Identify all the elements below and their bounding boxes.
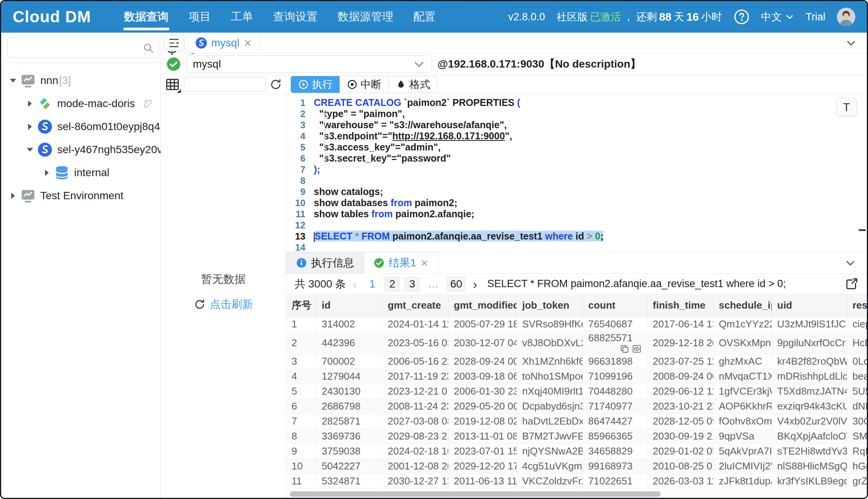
results-table-wrap[interactable]: 序号idgmt_creategmt_modifiedjob_tokencount… — [286, 294, 867, 498]
page-3[interactable]: 3 — [404, 276, 420, 292]
tree-node-sel-y467ngh535ey20v[interactable]: sel-y467ngh535ey20v[1] — [4, 138, 157, 161]
table-row: 833697362029-08-23 212013-11-01 08:4B7M2… — [286, 429, 867, 444]
cell: 4cg51uVKgmzv — [517, 459, 583, 474]
sidebar-toggle-icon[interactable] — [163, 35, 185, 51]
cell: 2029-12-20 17:1 — [448, 459, 517, 474]
caret-right-icon[interactable] — [8, 191, 18, 201]
close-icon[interactable] — [420, 259, 429, 267]
export-icon[interactable] — [845, 277, 858, 291]
search-input[interactable] — [12, 42, 142, 55]
nav-item-配置[interactable]: 配置 — [403, 1, 446, 33]
refresh-icon[interactable] — [270, 78, 282, 91]
eye-icon[interactable] — [632, 344, 642, 354]
caret-right-icon[interactable] — [25, 122, 35, 132]
line-content: "type" = "paimon", — [314, 108, 405, 119]
cell: 30QVeob — [847, 414, 867, 429]
nav-item-工单[interactable]: 工单 — [221, 1, 263, 33]
column-header-job_token: job_token — [517, 294, 583, 317]
close-icon[interactable] — [243, 38, 252, 48]
caret-right-icon[interactable] — [25, 99, 35, 109]
editor-line-13: 13SELECT * FROM paimon2.afanqie.aa_revis… — [286, 231, 867, 242]
cell: 3759038 — [316, 444, 382, 459]
cell: Qm1cYYz22XW — [713, 317, 772, 332]
cell: HcBAgbFz — [847, 332, 867, 354]
tree-node-nnn[interactable]: nnn[3] — [4, 69, 157, 92]
click-to-refresh-link[interactable]: 点击刷新 — [194, 297, 253, 312]
language-label: 中文 — [761, 10, 782, 24]
line-content: SELECT * FROM paimon2.afanqie.aa_revise_… — [314, 231, 603, 242]
connection-select[interactable]: mysql — [186, 55, 432, 73]
language-selector[interactable]: 中文 — [761, 10, 794, 24]
page-…[interactable]: … — [424, 276, 442, 292]
cell: 1gfVCEr3kjWYF — [713, 384, 772, 399]
nav-item-查询设置[interactable]: 查询设置 — [263, 1, 328, 33]
tab-label: mysql — [211, 37, 239, 49]
tree-node-sel-86om01t0eypj8q4[interactable]: sel-86om01t0eypj8q4 — [4, 115, 157, 138]
line-number: 5 — [286, 142, 314, 153]
unlink-icon[interactable] — [142, 98, 154, 109]
chevron-down-icon[interactable] — [845, 257, 856, 269]
page-60[interactable]: 60 — [446, 276, 466, 292]
text-mode-button[interactable]: T — [836, 98, 857, 116]
tree-node-Test Environment[interactable]: Test Environment — [4, 184, 157, 207]
caret-down-icon[interactable] — [8, 76, 18, 86]
results-tab-执行信息[interactable]: 执行信息 — [286, 252, 364, 273]
page-2[interactable]: 2 — [384, 276, 400, 292]
copy-icon[interactable] — [620, 344, 629, 354]
table-row: 1050422272001-12-08 202029-12-20 17:14cg… — [286, 459, 867, 474]
interrupt-button[interactable]: 中断 — [340, 76, 389, 93]
nav-item-数据查询[interactable]: 数据查询 — [114, 1, 179, 33]
line-content: "s3.access_key"="admin", — [314, 142, 441, 153]
code-token: > — [587, 231, 595, 241]
results-tab-结果1[interactable]: 结果1 — [364, 252, 438, 273]
tree-node-internal[interactable]: internal — [4, 161, 157, 184]
next-page-icon[interactable]: › — [471, 278, 479, 291]
caret-right-icon[interactable] — [42, 168, 52, 178]
editor-line-8: 8 — [286, 175, 867, 186]
page-1[interactable]: 1 — [364, 276, 380, 292]
nav-item-数据源管理[interactable]: 数据源管理 — [328, 1, 403, 33]
format-button[interactable]: 格式 — [388, 76, 437, 93]
cell: 2 — [286, 332, 316, 354]
cell: 2028-12-05 09 — [647, 414, 713, 429]
code-token: paimon2.afanqie; — [393, 208, 475, 219]
table-grid-icon[interactable] — [165, 77, 180, 92]
cell: 99168973 — [583, 459, 647, 474]
scrollbar-thumb[interactable] — [290, 491, 661, 497]
tree-node-count: [3] — [59, 74, 71, 87]
column-header-count: count — [583, 294, 647, 317]
tree-node-mode-mac-doris[interactable]: mode-mac-doris — [4, 92, 157, 115]
cell: kr3fYsIKLB9egq — [772, 474, 847, 489]
cell: 2023-12-21 01 — [382, 384, 448, 399]
code-token: CREATE CATALOG — [314, 97, 401, 108]
cell: 2013-11-01 08:4 — [448, 429, 517, 444]
user-avatar[interactable] — [837, 8, 855, 26]
table-filter-input[interactable] — [184, 77, 266, 92]
cell: haDvtL2EbDxDE — [517, 414, 583, 429]
line-number: 12 — [286, 220, 314, 231]
cell: grZ0Mcab — [847, 474, 867, 489]
trial-label[interactable]: Trial — [806, 11, 826, 23]
run-button[interactable]: 执行 — [291, 76, 340, 93]
cell: 3 — [286, 354, 316, 369]
selectdb-icon — [195, 37, 207, 49]
caret-down-icon[interactable] — [25, 145, 35, 155]
interrupt-label: 中断 — [361, 78, 381, 91]
help-icon[interactable] — [734, 9, 750, 25]
horizontal-scrollbar — [286, 490, 867, 498]
cell: 9pgiluNxrfOcCr — [772, 332, 847, 354]
prev-page-icon[interactable]: ‹ — [351, 278, 359, 291]
total-count: 共 3000 条 — [295, 277, 346, 291]
table-row: 24423962023-05-16 032030-12-07 04:5v8J8O… — [286, 332, 867, 354]
table-header-row: 序号idgmt_creategmt_modifiedjob_tokencount… — [286, 294, 867, 317]
chevron-down-icon[interactable] — [845, 37, 857, 49]
cell: 2825871 — [316, 414, 382, 429]
tab-mysql[interactable]: mysql — [187, 33, 260, 53]
cell: 2030-09-19 21 — [647, 429, 713, 444]
cell: 1279044 — [316, 369, 382, 384]
sql-editor[interactable]: 1CREATE CATALOG `paimon2` PROPERTIES (2 … — [286, 94, 867, 252]
nav-item-项目[interactable]: 项目 — [179, 1, 221, 33]
cell: 1 — [286, 317, 316, 332]
line-content: show databases from paimon2; — [314, 197, 457, 208]
license-edition: 社区版 — [557, 10, 588, 24]
